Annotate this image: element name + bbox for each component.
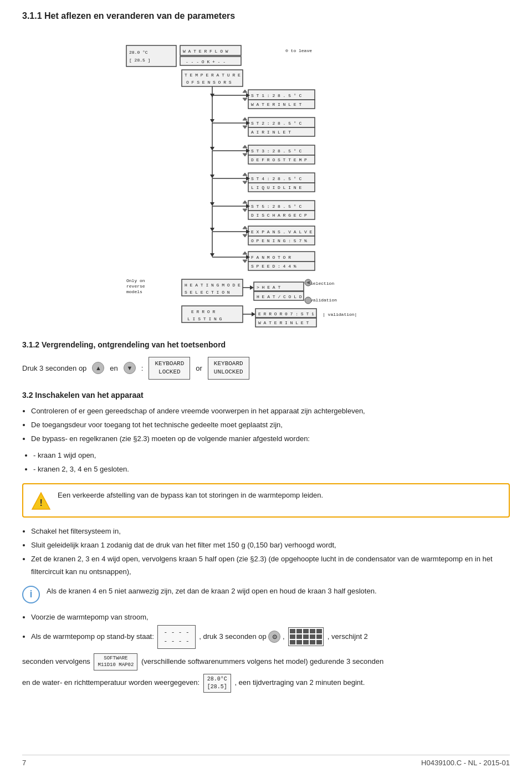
temp-display: 28.0°C [28.5] bbox=[203, 674, 231, 693]
bullet-2: De toegangsdeur voor toegang tot het tec… bbox=[31, 419, 510, 431]
svg-text:E R R O R   0 7 : S T 1: E R R O R 0 7 : S T 1 bbox=[258, 311, 314, 316]
svg-text:E X P A N S . V A L V E: E X P A N S . V A L V E bbox=[251, 229, 313, 234]
grid-row-3 bbox=[290, 640, 322, 644]
stroom-section: Voorzie de warmtepomp van stroom, Als de… bbox=[22, 611, 510, 693]
svg-text:L I S T I N G: L I S T I N G bbox=[187, 316, 222, 321]
en-text: en bbox=[110, 364, 117, 372]
svg-text:28.0 °C: 28.0 °C bbox=[129, 50, 148, 55]
svg-marker-50 bbox=[243, 181, 247, 184]
water-temp-text: , een tijdvertraging van 2 minuten begin… bbox=[234, 678, 365, 687]
svg-marker-79 bbox=[243, 252, 247, 254]
or-text: or bbox=[196, 364, 202, 372]
down-button[interactable]: ▼ bbox=[124, 362, 136, 374]
doc-ref: H0439100.C - NL - 2015-01 bbox=[421, 759, 510, 767]
keyboard-locked-line1: KEYBOARD bbox=[155, 360, 184, 368]
svg-text:F A N   M O T O R: F A N M O T O R bbox=[251, 255, 291, 260]
svg-marker-70 bbox=[243, 234, 247, 237]
svg-text:[ 28.5 ]: [ 28.5 ] bbox=[129, 58, 150, 63]
warning-box: ! Een verkeerde afstelling van de bypass… bbox=[22, 483, 510, 518]
svg-text:S T 2 :   2 8 . 5 ° C: S T 2 : 2 8 . 5 ° C bbox=[251, 121, 301, 126]
svg-text:models: models bbox=[126, 289, 142, 294]
svg-marker-20 bbox=[243, 98, 247, 101]
ok-button-inline[interactable]: ⊙ bbox=[268, 631, 280, 643]
bullet-zet: Zet de kranen 2, 3 en 4 wijd open, vervo… bbox=[31, 553, 510, 577]
filter-section: Schakel het filtersysteem in, Sluit gele… bbox=[22, 525, 510, 577]
svg-text:>  H E A T: > H E A T bbox=[257, 285, 280, 290]
colon-text: : bbox=[141, 364, 144, 372]
dash-1: kraan 1 wijd open, bbox=[33, 449, 510, 462]
svg-text:O P E N I N G :   5 7 %: O P E N I N G : 5 7 % bbox=[251, 238, 307, 243]
svg-text:⊙ to leave: ⊙ to leave bbox=[285, 48, 312, 53]
svg-text:selection: selection bbox=[310, 281, 334, 286]
section-32-title: 3.2 Inschakelen van het apparaat bbox=[22, 391, 510, 400]
grid-row-2 bbox=[290, 634, 322, 639]
svg-text:!: ! bbox=[40, 498, 43, 508]
filter-bullets: Schakel het filtersysteem in, Sluit gele… bbox=[31, 525, 510, 577]
up-button[interactable]: ▲ bbox=[92, 362, 104, 374]
grid-row-1 bbox=[290, 629, 322, 633]
svg-marker-102 bbox=[252, 312, 255, 316]
svg-text:E R R O R: E R R O R bbox=[191, 309, 215, 314]
svg-marker-39 bbox=[243, 145, 247, 148]
standby-label: Als de warmtepomp op stand-by staat: bbox=[31, 632, 154, 641]
comma-text: , bbox=[283, 632, 285, 641]
seconden-vervolgens: seconden vervolgens bbox=[22, 657, 90, 666]
water-temp-para: en de water- en richttemperatuur worden … bbox=[22, 674, 510, 693]
keyboard-locked-box: KEYBOARD LOCKED bbox=[149, 357, 190, 380]
warning-icon: ! bbox=[31, 491, 51, 511]
svg-rect-0 bbox=[126, 45, 176, 66]
svg-text:O F   S E N S O R S: O F S E N S O R S bbox=[186, 80, 232, 85]
svg-text:L I Q U I D   L I N E: L I Q U I D L I N E bbox=[251, 185, 301, 190]
svg-marker-72 bbox=[210, 253, 214, 257]
svg-marker-80 bbox=[243, 260, 247, 263]
svg-marker-69 bbox=[243, 226, 247, 229]
svg-text:| validation|: | validation| bbox=[323, 312, 357, 317]
bullet-1: Controleren of er geen gereedschap of an… bbox=[31, 405, 510, 417]
svg-text:S T 5 :   2 8 . 5 ° C: S T 5 : 2 8 . 5 ° C bbox=[251, 204, 301, 209]
svg-point-97 bbox=[305, 297, 311, 304]
keyboard-section: Druk 3 seconden op ▲ en ▼ : KEYBOARD LOC… bbox=[22, 357, 510, 380]
svg-text:reverse: reverse bbox=[126, 284, 145, 289]
bullet-voorzie: Voorzie de warmtepomp van stroom, bbox=[31, 611, 510, 623]
svg-text:D I S C H A R G E   C P: D I S C H A R G E C P bbox=[251, 213, 307, 218]
temp-line2: [28.5] bbox=[207, 683, 227, 691]
svg-marker-59 bbox=[243, 201, 247, 203]
svg-text:W A T E R   I N L E T: W A T E R I N L E T bbox=[251, 102, 301, 107]
svg-text:- - -    O K    + - -: - - - O K + - - bbox=[186, 59, 226, 64]
keyboard-unlocked-box: KEYBOARD UNLOCKED bbox=[208, 357, 249, 380]
svg-text:validation: validation bbox=[310, 298, 337, 303]
svg-marker-42 bbox=[210, 175, 214, 178]
software-top: SOFTWARE bbox=[98, 655, 134, 662]
bullet-standby: Als de warmtepomp op stand-by staat: - -… bbox=[31, 625, 510, 649]
svg-text:A I R   I N L E T: A I R I N L E T bbox=[251, 130, 291, 135]
svg-text:H E A T / C O L D: H E A T / C O L D bbox=[257, 294, 302, 299]
stroom-bullets: Voorzie de warmtepomp van stroom, Als de… bbox=[31, 611, 510, 649]
svg-text:H E A T I N G   M O D E: H E A T I N G M O D E bbox=[185, 283, 241, 288]
page-title: 3.1.1 Het aflezen en veranderen van de p… bbox=[22, 11, 510, 21]
svg-marker-60 bbox=[243, 209, 247, 212]
section-32-bullets: Controleren of er geen gereedschap of an… bbox=[31, 405, 510, 445]
svg-marker-88 bbox=[250, 285, 254, 290]
info-icon: i bbox=[22, 586, 40, 603]
software-display: SOFTWARE M11D10 MAP02 bbox=[94, 653, 137, 670]
svg-text:W A T E R   F L O W: W A T E R F L O W bbox=[183, 49, 228, 54]
temp-line1: 28.0°C bbox=[207, 675, 227, 683]
keyboard-unlocked-line2: UNLOCKED bbox=[214, 368, 243, 376]
info-text: Als de kranen 4 en 5 niet aanwezig zijn,… bbox=[47, 586, 377, 597]
software-code: M11D10 MAP02 bbox=[98, 662, 134, 669]
seconden-para: seconden vervolgens SOFTWARE M11D10 MAP0… bbox=[22, 653, 510, 670]
page-footer: 7 H0439100.C - NL - 2015-01 bbox=[22, 755, 510, 767]
svg-marker-30 bbox=[243, 126, 247, 129]
svg-marker-52 bbox=[210, 202, 214, 206]
warning-text: Een verkeerde afstelling van de bypass k… bbox=[58, 490, 323, 501]
svg-marker-49 bbox=[243, 173, 247, 176]
bullet-filter: Schakel het filtersysteem in, bbox=[31, 525, 510, 538]
grid-display bbox=[288, 627, 324, 646]
svg-text:Only on: Only on bbox=[126, 278, 145, 283]
svg-text:S P E E D   :   4 4 %: S P E E D : 4 4 % bbox=[251, 264, 296, 269]
svg-marker-62 bbox=[210, 228, 214, 232]
en-de-water: en de water- en richttemperatuur worden … bbox=[22, 678, 200, 687]
dash-list: kraan 1 wijd open, kranen 2, 3, 4 en 5 g… bbox=[33, 449, 510, 475]
verschillende-software: (verschillende softwarenummers volgens h… bbox=[141, 657, 383, 666]
druk-text: Druk 3 seconden op bbox=[22, 364, 86, 372]
